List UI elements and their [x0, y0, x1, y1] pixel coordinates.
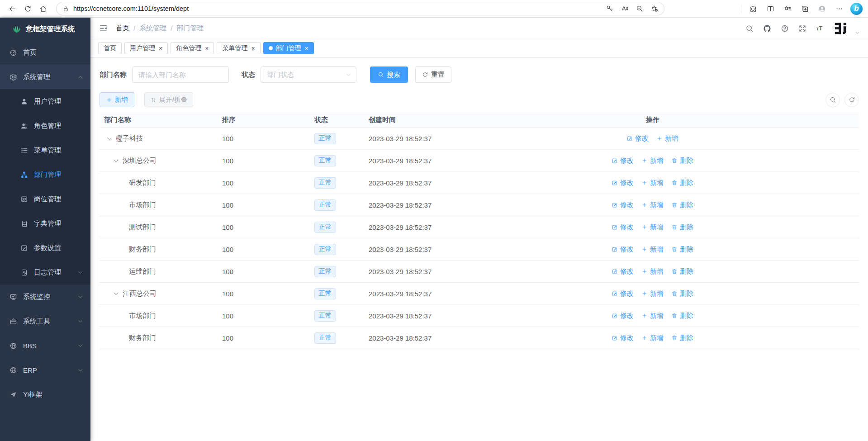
browser-toolbar-button[interactable]	[20, 1, 35, 16]
dept-name-input[interactable]	[132, 66, 229, 83]
chevron-down-icon[interactable]	[106, 135, 113, 142]
row-action-link[interactable]: 删除	[671, 312, 693, 320]
sidebar-item[interactable]: 日志管理	[0, 260, 90, 285]
row-action-link[interactable]: 修改	[612, 179, 634, 187]
close-icon[interactable]: ×	[159, 45, 162, 52]
row-action-link[interactable]: 修改	[612, 312, 634, 320]
sidebar-item[interactable]: 用户管理	[0, 89, 90, 114]
browser-toolbar-button[interactable]	[35, 1, 51, 16]
row-action-link[interactable]: 修改	[612, 334, 634, 342]
browser-toolbar-button[interactable]	[814, 1, 830, 16]
sidebar-item[interactable]: 菜单管理	[0, 138, 90, 162]
row-action-link[interactable]: 删除	[671, 267, 693, 276]
sidebar-item[interactable]: 系统管理	[0, 65, 90, 89]
row-action-link[interactable]: 修改	[626, 134, 649, 143]
sidebar-item[interactable]: 部门管理	[0, 162, 90, 187]
row-action-link[interactable]: 修改	[612, 289, 634, 298]
row-action-link[interactable]: 修改	[612, 267, 634, 276]
sidebar-item[interactable]: 角色管理	[0, 114, 90, 138]
yi-logo-avatar[interactable]	[833, 20, 851, 37]
row-action-link[interactable]: 新增	[641, 223, 664, 232]
url-text[interactable]: https://ccnetcore.com:1101/system/dept	[73, 5, 189, 12]
row-action-link[interactable]: 新增	[641, 334, 664, 342]
row-action-link[interactable]: 删除	[671, 245, 693, 254]
status-badge: 正常	[314, 199, 336, 211]
browser-toolbar-button[interactable]	[5, 1, 20, 16]
navbar-action[interactable]: TT	[812, 22, 827, 35]
row-action-link[interactable]: 删除	[671, 156, 693, 165]
chevron-down-icon[interactable]	[113, 290, 119, 297]
row-action-link[interactable]: 删除	[671, 223, 693, 232]
bing-icon[interactable]: b	[850, 3, 863, 15]
row-action-link[interactable]: 删除	[671, 289, 693, 298]
browser-toolbar-button[interactable]	[780, 1, 795, 16]
navbar-action[interactable]	[759, 22, 774, 35]
chevron-down-icon[interactable]	[113, 157, 119, 164]
row-action-link[interactable]: 删除	[671, 179, 693, 187]
row-action-link[interactable]: 新增	[641, 179, 664, 187]
tool-icon	[9, 318, 17, 325]
expand-collapse-button[interactable]: 展开/折叠	[144, 92, 193, 107]
row-action-link[interactable]: 新增	[641, 156, 664, 165]
sidebar-item[interactable]: 系统工具	[0, 309, 90, 333]
reset-button[interactable]: 重置	[415, 66, 451, 83]
breadcrumb-item[interactable]: 系统管理	[139, 24, 166, 33]
search-button[interactable]: 搜索	[370, 66, 408, 83]
sort-cell: 100	[222, 312, 314, 320]
chevron-down-icon[interactable]	[855, 30, 860, 35]
sidebar-item[interactable]: ERP	[0, 358, 90, 382]
row-action-link[interactable]: 新增	[641, 201, 664, 209]
navbar-action[interactable]	[742, 22, 757, 35]
sidebar-item[interactable]: 系统监控	[0, 285, 90, 309]
sidebar-item[interactable]: 岗位管理	[0, 187, 90, 211]
plus-icon	[641, 157, 648, 164]
fold-menu-icon[interactable]	[99, 24, 108, 33]
row-action-link[interactable]: 修改	[612, 245, 634, 254]
sidebar-item[interactable]: 首页	[0, 40, 90, 65]
browser-toolbar-button[interactable]	[745, 1, 761, 16]
sidebar-item[interactable]: 参数设置	[0, 236, 90, 260]
row-action-link[interactable]: 新增	[641, 267, 664, 276]
plus-icon	[641, 335, 648, 341]
add-button[interactable]: 新增	[100, 92, 134, 107]
row-action-link[interactable]: 删除	[671, 201, 693, 209]
url-bar-action[interactable]	[603, 3, 617, 14]
close-icon[interactable]: ×	[205, 45, 209, 52]
row-action-link[interactable]: 新增	[641, 289, 664, 298]
sidebar-item[interactable]: 字典管理	[0, 211, 90, 236]
browser-toolbar-button[interactable]	[763, 1, 778, 16]
url-bar-action[interactable]	[618, 3, 631, 14]
url-bar-action[interactable]	[633, 3, 646, 14]
url-bar-action[interactable]	[648, 3, 661, 14]
sidebar-item[interactable]: Yi框架	[0, 382, 90, 407]
status-select[interactable]: 部门状态	[261, 66, 356, 83]
tab[interactable]: 部门管理 ×	[263, 42, 314, 54]
plus-icon	[641, 246, 648, 252]
row-action-link[interactable]: 修改	[612, 223, 634, 232]
browser-toolbar-button[interactable]	[831, 1, 847, 16]
row-action-link[interactable]: 新增	[641, 245, 664, 254]
browser-toolbar-button[interactable]	[797, 1, 812, 16]
navbar-action[interactable]	[777, 22, 792, 35]
navbar-action[interactable]	[795, 22, 810, 35]
row-action-link[interactable]: 删除	[671, 334, 693, 342]
tab[interactable]: 首页	[98, 42, 122, 54]
row-action-link[interactable]: 新增	[641, 312, 664, 320]
refresh-table-button[interactable]	[844, 93, 859, 107]
url-bar[interactable]: https://ccnetcore.com:1101/system/dept	[56, 2, 664, 15]
tab[interactable]: 菜单管理 ×	[217, 42, 260, 54]
sidebar-item[interactable]: BBS	[0, 333, 90, 358]
breadcrumb-item[interactable]: 首页	[116, 24, 129, 33]
show-search-button[interactable]	[825, 93, 840, 107]
created-cell: 2023-03-29 18:52:37	[369, 223, 502, 231]
tab[interactable]: 角色管理 ×	[171, 42, 214, 54]
breadcrumb-item[interactable]: 部门管理	[176, 24, 204, 33]
tab[interactable]: 用户管理 ×	[124, 42, 168, 54]
row-action-link[interactable]: 修改	[612, 156, 634, 165]
close-icon[interactable]: ×	[305, 45, 308, 52]
sidebar-item-label: ERP	[23, 366, 37, 374]
close-icon[interactable]: ×	[251, 45, 255, 52]
row-action-link[interactable]: 新增	[656, 134, 678, 143]
row-action-link[interactable]: 修改	[612, 201, 634, 209]
sidebar-item-label: 用户管理	[34, 97, 61, 106]
